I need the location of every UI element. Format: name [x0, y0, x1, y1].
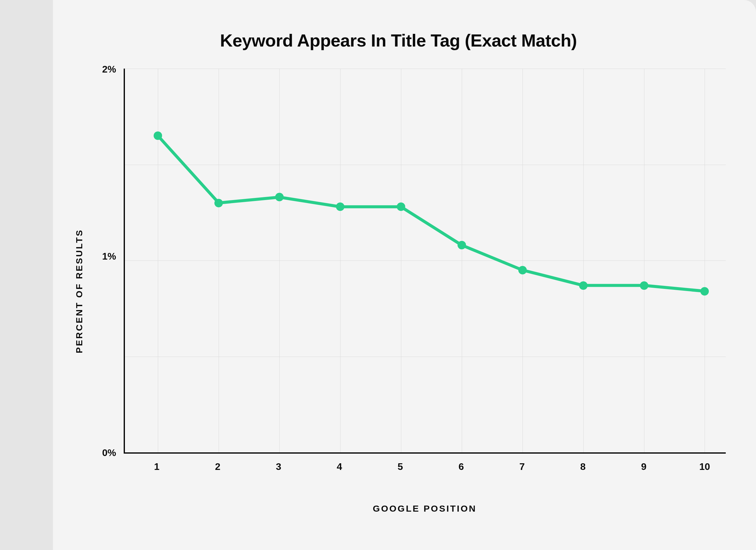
chart-card: Keyword Appears In Title Tag (Exact Matc…: [53, 0, 756, 550]
x-tick: 7: [519, 461, 525, 472]
y-tick: 0%: [93, 447, 116, 458]
data-line: [158, 136, 705, 291]
x-tick: 3: [276, 461, 281, 472]
plot-area: [124, 69, 726, 454]
data-point: [640, 281, 648, 290]
page-left-gutter: [0, 0, 53, 550]
x-tick: 2: [215, 461, 220, 472]
x-tick: 6: [458, 461, 464, 472]
y-tick: 1%: [93, 251, 116, 262]
chart-title: Keyword Appears In Title Tag (Exact Matc…: [71, 30, 726, 50]
data-point: [518, 266, 527, 275]
plot-outer: 2% 1% 0% 12345678910 GOOGLE POSITION: [93, 69, 726, 514]
x-tick: 9: [641, 461, 647, 472]
data-point: [275, 193, 284, 201]
x-tick: 4: [337, 461, 342, 472]
x-tick: 5: [398, 461, 403, 472]
x-tick: 1: [154, 461, 160, 472]
data-point: [214, 199, 223, 207]
y-tick: 2%: [93, 64, 116, 75]
data-point: [579, 281, 588, 290]
plot-row: 2% 1% 0%: [93, 69, 726, 454]
data-point: [700, 287, 709, 295]
y-axis-ticks: 2% 1% 0%: [93, 69, 124, 454]
chart-body: PERCENT OF RESULTS 2% 1% 0% 12345678910 …: [71, 69, 726, 514]
data-point: [154, 132, 162, 140]
data-point: [336, 203, 344, 211]
x-axis-ticks: 12345678910: [124, 454, 726, 476]
x-axis-label: GOOGLE POSITION: [124, 503, 726, 514]
x-tick: 10: [699, 461, 710, 472]
line-chart-svg: [125, 69, 726, 452]
data-point: [458, 241, 466, 249]
y-axis-label: PERCENT OF RESULTS: [71, 69, 93, 514]
data-point: [397, 203, 405, 211]
x-tick: 8: [580, 461, 586, 472]
